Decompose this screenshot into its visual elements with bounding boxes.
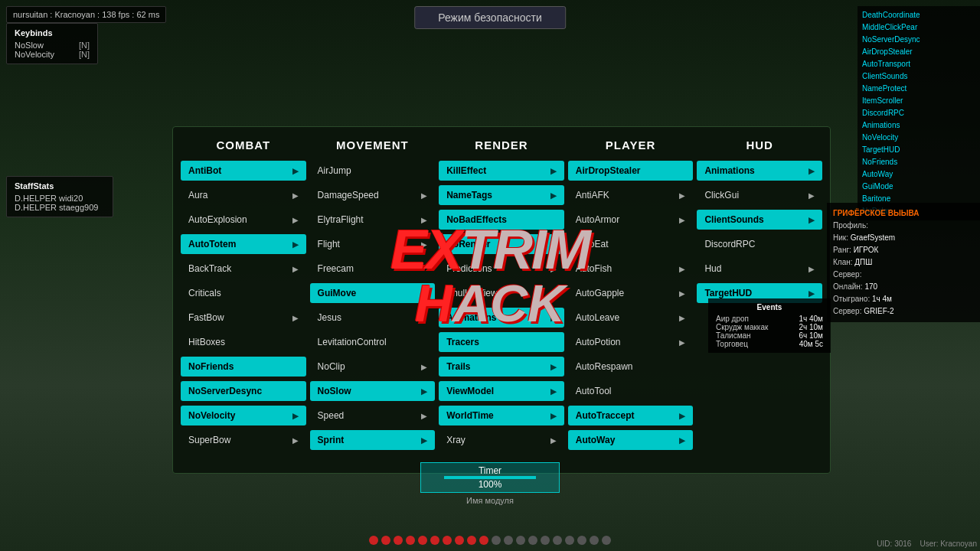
menu-item-player-9[interactable]: AutoTool (568, 381, 694, 401)
menu-item-player-11[interactable]: AutoWay▶ (568, 430, 694, 450)
menu-item-label-render-7: Tracers (446, 337, 479, 347)
menu-item-render-2[interactable]: NoBadEffects (439, 210, 564, 230)
menu-item-render-9[interactable]: ViewModel▶ (439, 381, 564, 401)
menu-item-combat-3[interactable]: AutoTotem▶ (181, 234, 306, 254)
menu-item-render-8[interactable]: Trails▶ (439, 357, 564, 377)
event-2: Талисман 6ч 10м (716, 331, 823, 340)
menu-item-render-10[interactable]: WorldTime▶ (439, 406, 564, 425)
menu-item-combat-0[interactable]: AntiBot▶ (181, 161, 306, 181)
menu-item-hud-3[interactable]: DiscordRPC (697, 234, 822, 254)
timer-percent: 100% (444, 479, 536, 490)
menu-item-label-combat-5: Criticals (188, 288, 221, 298)
menu-item-movement-5[interactable]: GuiMove (310, 283, 436, 303)
dot-active (418, 536, 427, 545)
menu-item-combat-2[interactable]: AutoExplosion▶ (181, 210, 306, 230)
menu-item-render-11[interactable]: Xray▶ (439, 430, 564, 450)
module-name: Имя модуля (466, 496, 514, 505)
menu-item-movement-2[interactable]: ElytraFlight▶ (310, 210, 436, 230)
menu-item-combat-9[interactable]: NoServerDesync (181, 381, 306, 401)
menu-item-player-6[interactable]: AutoLeave▶ (568, 308, 694, 328)
menu-item-label-player-3: AutoEat (576, 239, 609, 249)
timer-label: Timer (444, 465, 536, 476)
menu-item-label-combat-11: SuperBow (188, 435, 230, 445)
menu-item-render-6[interactable]: Animations▶ (439, 308, 564, 328)
menu-item-hud-2[interactable]: ClientSounds▶ (697, 210, 822, 230)
right-item-4: AutoTransport (862, 58, 975, 70)
menu-item-hud-0[interactable]: Animations▶ (697, 161, 822, 181)
menu-item-combat-10[interactable]: NoVelocity▶ (181, 406, 306, 425)
menu-item-label-player-11: AutoWay (576, 435, 616, 445)
menu-item-player-8[interactable]: AutoRespawn (568, 357, 694, 377)
menu-item-render-0[interactable]: KillEffect▶ (439, 161, 564, 181)
menu-item-combat-8[interactable]: NoFriends (181, 357, 306, 377)
menu-item-player-2[interactable]: AutoArmor▶ (568, 210, 694, 230)
menu-item-movement-7[interactable]: LevitationControl (310, 332, 436, 352)
menu-item-label-hud-0: Animations (704, 165, 754, 176)
menu-item-player-0[interactable]: AirDropStealer (568, 161, 694, 181)
right-item-7: ItemScroller (862, 95, 975, 107)
menu-item-arrow-hud-1: ▶ (808, 191, 815, 200)
menu-item-movement-1[interactable]: DamageSpeed▶ (310, 185, 436, 205)
menu-item-movement-10[interactable]: Speed▶ (310, 406, 436, 425)
menu-item-player-4[interactable]: AutoFish▶ (568, 259, 694, 279)
menu-item-player-10[interactable]: AutoTraccept▶ (568, 406, 694, 425)
menu-item-movement-0[interactable]: AirJump (310, 161, 436, 181)
menu-item-movement-4[interactable]: Freecam (310, 259, 436, 279)
right-item-6: NameProtect (862, 83, 975, 95)
uid-text: UID: 3016 (877, 540, 911, 548)
events-panel: Events Аир дроп 1ч 40м Скрудж маккак 2ч … (708, 298, 831, 353)
menu-item-label-movement-1: DamageSpeed (318, 190, 379, 201)
menu-item-movement-11[interactable]: Sprint▶ (310, 430, 436, 450)
menu-item-arrow-render-6: ▶ (550, 314, 557, 322)
menu-item-label-player-7: AutoPotion (576, 337, 621, 347)
menu-item-combat-4[interactable]: BackTrack▶ (181, 259, 306, 279)
menu-item-arrow-movement-8: ▶ (421, 363, 427, 371)
dot-active (467, 536, 476, 545)
menu-item-hud-4[interactable]: Hud▶ (697, 259, 822, 279)
menu-item-player-3[interactable]: AutoEat (568, 234, 694, 254)
menu-item-combat-1[interactable]: Aura▶ (181, 185, 306, 205)
menu-item-arrow-movement-3: ▶ (421, 240, 427, 249)
menu-item-label-movement-3: Flight (318, 239, 340, 249)
menu-item-label-render-1: NameTags (446, 190, 492, 201)
menu-item-arrow-render-8: ▶ (550, 363, 557, 371)
menu-item-label-player-6: AutoLeave (576, 312, 619, 323)
menu-item-render-4[interactable]: Predictions▶ (439, 259, 564, 279)
menu-item-player-1[interactable]: AntiAFK▶ (568, 185, 694, 205)
menu-item-movement-9[interactable]: NoSlow▶ (310, 381, 436, 401)
menu-item-combat-11[interactable]: SuperBow▶ (181, 430, 306, 450)
menu-item-render-7[interactable]: Tracers (439, 332, 564, 352)
menu-item-label-movement-2: ElytraFlight (318, 214, 364, 225)
menu-item-player-5[interactable]: AutoGapple▶ (568, 283, 694, 303)
right-item-5: ClientSounds (862, 70, 975, 83)
dot-inactive (528, 536, 537, 545)
dot-active (406, 536, 415, 545)
menu-item-arrow-render-4: ▶ (550, 265, 557, 273)
menu-item-arrow-render-9: ▶ (550, 387, 557, 396)
menu-item-label-combat-9: NoServerDesync (188, 386, 262, 396)
menu-item-label-player-10: AutoTraccept (576, 410, 635, 421)
menu-item-hud-1[interactable]: ClickGui▶ (697, 185, 822, 205)
bottom-section: Timer 100% Имя модуля (420, 462, 560, 505)
menu-item-player-7[interactable]: AutoPotion▶ (568, 332, 694, 352)
safety-mode-button[interactable]: Режим безопасности (414, 6, 566, 29)
menu-item-movement-6[interactable]: Jesus (310, 308, 436, 328)
menu-item-movement-8[interactable]: NoClip▶ (310, 357, 436, 377)
menu-item-render-3[interactable]: NoRender (439, 234, 564, 254)
events-title: Events (716, 303, 823, 311)
dot-inactive (602, 536, 611, 545)
menu-item-render-5[interactable]: ShulkerView▶ (439, 283, 564, 303)
menu-item-render-1[interactable]: NameTags▶ (439, 185, 564, 205)
col-header-render: RENDER (475, 139, 528, 152)
right-panel: DeathCoordinate MiddleClickPear NoServer… (858, 6, 980, 220)
menu-item-combat-6[interactable]: FastBow▶ (181, 308, 306, 328)
player-info-bar: nursuitan : Kracnoyan : 138 fps : 62 ms (6, 6, 166, 23)
menu-item-combat-7[interactable]: HitBoxes (181, 332, 306, 352)
menu-item-arrow-player-4: ▶ (679, 265, 685, 273)
menu-item-movement-3[interactable]: Flight▶ (310, 234, 436, 254)
menu-item-arrow-hud-0: ▶ (808, 167, 815, 175)
menu-item-arrow-player-2: ▶ (679, 216, 685, 224)
right-item-10: NoVelocity (862, 132, 975, 144)
griefer-played: Отыграно: 1ч 4м (833, 293, 974, 305)
menu-item-combat-5[interactable]: Criticals (181, 283, 306, 303)
